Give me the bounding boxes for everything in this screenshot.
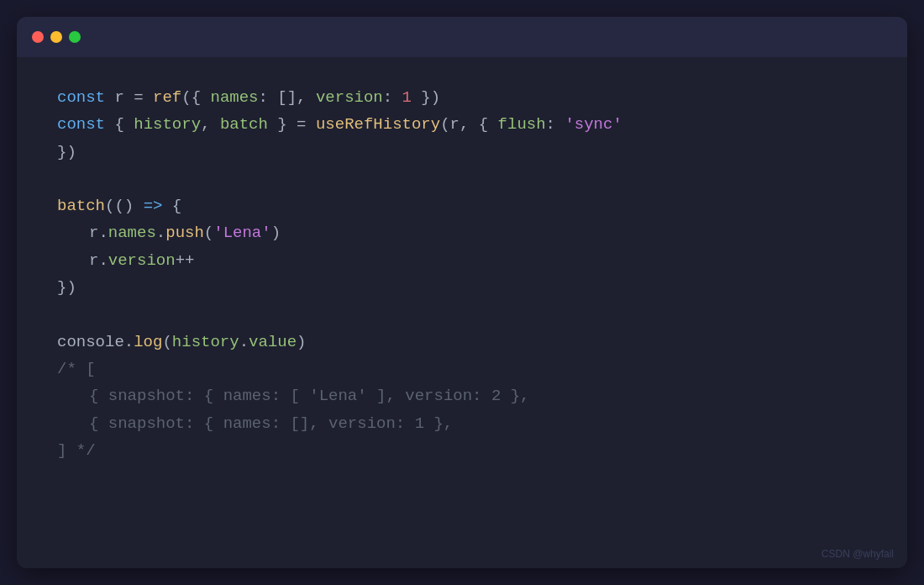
close-button[interactable] (32, 31, 44, 43)
code-area: const r = ref ({ names : [], version : 1… (17, 57, 907, 491)
code-line-empty-1 (57, 166, 867, 192)
keyword-const: const (57, 84, 105, 111)
code-line-9: console. log ( history . value ) (57, 329, 867, 356)
code-line-2a: const { history , batch } = useRefHistor… (57, 111, 867, 138)
code-line-4: batch (() => { (57, 192, 867, 219)
code-line-1: const r = ref ({ names : [], version : 1… (57, 84, 867, 111)
code-line-13: ] */ (57, 437, 867, 464)
code-line-10: /* [ (57, 356, 867, 382)
code-line-7: }) (57, 274, 867, 301)
code-line-empty-2 (57, 301, 867, 328)
code-line-6: r. version ++ (57, 247, 867, 274)
watermark: CSDN @whyfail (822, 548, 894, 560)
titlebar (17, 17, 907, 57)
maximize-button[interactable] (69, 31, 81, 43)
code-line-11: { snapshot: { names: [ 'Lena' ], version… (57, 382, 867, 409)
minimize-button[interactable] (50, 31, 62, 43)
code-line-2b: }) (57, 139, 867, 166)
code-line-5: r. names . push ( 'Lena' ) (57, 219, 867, 246)
code-line-12: { snapshot: { names: [], version: 1 }, (57, 410, 867, 437)
code-window: const r = ref ({ names : [], version : 1… (17, 17, 907, 568)
